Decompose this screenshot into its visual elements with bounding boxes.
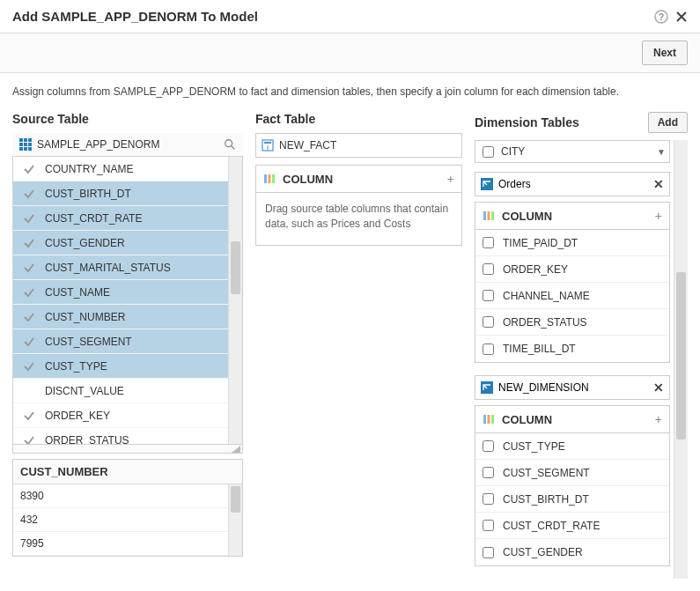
- dimension-column-name: CUST_BIRTH_DT: [503, 493, 589, 506]
- dimension-column-label: COLUMN: [502, 210, 648, 223]
- preview-column-name: CUST_NUMBER: [13, 460, 242, 484]
- dimension-name-input[interactable]: ✕: [475, 172, 670, 196]
- svg-rect-8: [19, 147, 23, 151]
- dimension-column-checkbox[interactable]: [483, 237, 494, 248]
- dimension-column-checkbox[interactable]: [483, 263, 494, 275]
- close-icon[interactable]: [675, 11, 688, 23]
- preview-scrollbar[interactable]: [228, 484, 242, 556]
- check-icon: [22, 262, 36, 274]
- dimensions-title: Dimension Tables: [475, 115, 579, 129]
- add-dimension-column-icon[interactable]: +: [655, 412, 662, 426]
- source-column-row[interactable]: CUST_CRDT_RATE: [13, 206, 228, 231]
- add-fact-column-icon[interactable]: +: [447, 172, 454, 186]
- dimension-column-checkbox[interactable]: [483, 493, 494, 505]
- source-scrollbar[interactable]: [228, 157, 242, 444]
- dimension-column-row[interactable]: CUST_CRDT_RATE: [475, 513, 669, 539]
- source-column-row[interactable]: DISCNT_VALUE: [13, 379, 228, 403]
- toolbar: Next: [0, 33, 700, 73]
- source-column-name: CUST_SEGMENT: [45, 336, 132, 348]
- check-icon: [22, 434, 36, 445]
- search-icon[interactable]: [224, 138, 236, 151]
- dimension-column-name: CHANNEL_NAME: [503, 290, 590, 302]
- dimension-column-checkbox[interactable]: [483, 440, 494, 452]
- fact-title: Fact Table: [255, 112, 315, 126]
- source-column-row[interactable]: CUST_NUMBER: [13, 305, 228, 329]
- dimension-checkbox[interactable]: [483, 146, 494, 158]
- dimension-column-label: COLUMN: [502, 413, 648, 426]
- remove-dimension-icon[interactable]: ✕: [653, 177, 664, 191]
- svg-rect-26: [491, 415, 494, 424]
- dimension-column-checkbox[interactable]: [483, 290, 494, 301]
- source-column-row[interactable]: ORDER_STATUS: [13, 428, 228, 444]
- fact-table-name-input[interactable]: i NEW_FACT: [255, 133, 462, 158]
- dimension-column-name: CUST_CRDT_RATE: [503, 520, 600, 532]
- dimension-column-row[interactable]: CUST_TYPE: [475, 433, 669, 460]
- source-column-row[interactable]: CUST_SEGMENT: [13, 329, 228, 354]
- fact-drop-hint[interactable]: Drag source table columns that contain d…: [255, 193, 462, 246]
- source-column-name: CUST_NAME: [45, 286, 110, 299]
- dimension-column-checkbox[interactable]: [483, 467, 494, 478]
- fact-column-label: COLUMN: [283, 173, 440, 186]
- source-column-name: CUST_GENDER: [45, 237, 125, 249]
- dimension-name-field[interactable]: [498, 178, 648, 190]
- dimension-name-input[interactable]: ✕: [475, 375, 670, 400]
- svg-rect-21: [488, 211, 490, 220]
- source-column-row[interactable]: CUST_TYPE: [13, 354, 228, 379]
- dimension-columns-list[interactable]: TIME_PAID_DTORDER_KEYCHANNEL_NAMEORDER_S…: [475, 230, 670, 363]
- source-column-row[interactable]: CUST_NAME: [13, 280, 228, 305]
- svg-rect-9: [24, 147, 27, 151]
- source-column-row[interactable]: CUST_GENDER: [13, 231, 228, 255]
- check-icon: [22, 311, 36, 323]
- chevron-down-icon[interactable]: ▼: [657, 147, 666, 157]
- svg-rect-10: [28, 147, 32, 151]
- dimension-column-checkbox[interactable]: [483, 520, 494, 531]
- dimension-column-row[interactable]: CHANNEL_NAME: [475, 283, 669, 309]
- dimensions-scrollbar[interactable]: [674, 140, 688, 579]
- svg-point-11: [225, 140, 232, 147]
- dimension-column-name: TIME_PAID_DT: [503, 237, 578, 249]
- dimension-column-row[interactable]: CUST_GENDER: [475, 539, 669, 565]
- svg-rect-17: [269, 174, 271, 183]
- dimension-name-field[interactable]: [498, 381, 648, 394]
- next-button[interactable]: Next: [642, 41, 688, 65]
- svg-rect-19: [481, 178, 493, 190]
- source-column-row[interactable]: COUNTRY_NAME: [13, 157, 228, 181]
- dimension-column-row[interactable]: CUST_BIRTH_DT: [475, 486, 669, 513]
- source-column-row[interactable]: CUST_BIRTH_DT: [13, 181, 228, 206]
- dimension-columns-list[interactable]: CUST_TYPECUST_SEGMENTCUST_BIRTH_DTCUST_C…: [475, 433, 670, 566]
- dimension-column-row[interactable]: ORDER_STATUS: [475, 309, 669, 336]
- svg-line-12: [232, 146, 235, 150]
- source-column-name: CUST_CRDT_RATE: [45, 212, 142, 225]
- dialog-title: Add SAMPLE_APP_DENORM To Model: [12, 9, 654, 24]
- add-dimension-button[interactable]: Add: [648, 112, 688, 133]
- add-dimension-column-icon[interactable]: +: [655, 209, 662, 223]
- dimension-column-checkbox[interactable]: [483, 316, 494, 328]
- svg-rect-25: [488, 415, 490, 424]
- dimension-column-row[interactable]: TIME_PAID_DT: [475, 230, 669, 256]
- check-icon: [22, 188, 36, 200]
- check-icon: [22, 336, 36, 348]
- svg-rect-24: [483, 415, 486, 424]
- dimension-column-name: TIME_BILL_DT: [503, 343, 576, 355]
- svg-text:i: i: [267, 144, 269, 151]
- svg-rect-16: [264, 174, 267, 183]
- remove-dimension-icon[interactable]: ✕: [653, 380, 664, 395]
- source-columns-list[interactable]: COUNTRY_NAMECUST_BIRTH_DTCUST_CRDT_RATEC…: [13, 157, 228, 444]
- dimension-table-orders: ✕ COLUMN + TIME_PAID_DTORDER_KEYCHANNEL_…: [475, 172, 670, 363]
- source-column-row[interactable]: CUST_MARITAL_STATUS: [13, 255, 228, 280]
- dimension-column-checkbox[interactable]: [483, 547, 494, 558]
- dimension-column-row[interactable]: CUST_SEGMENT: [475, 460, 669, 486]
- dimension-column-name: CUST_TYPE: [503, 440, 565, 453]
- dimension-collapsed-city[interactable]: CITY ▼: [475, 140, 670, 163]
- source-column-name: CUST_TYPE: [45, 360, 107, 373]
- source-title: Source Table: [12, 112, 89, 126]
- dimension-column-header: COLUMN +: [475, 202, 670, 230]
- source-column-name: CUST_BIRTH_DT: [45, 188, 131, 200]
- resize-handle[interactable]: [12, 445, 243, 454]
- dimension-column-row[interactable]: ORDER_KEY: [475, 256, 669, 283]
- help-icon[interactable]: ?: [654, 10, 668, 24]
- dimension-table-new: ✕ COLUMN + CUST_TYPECUST_SEGMENTCUST_BIR…: [475, 375, 670, 566]
- dimension-column-checkbox[interactable]: [483, 344, 494, 355]
- source-column-row[interactable]: ORDER_KEY: [13, 403, 228, 428]
- dimension-column-row[interactable]: TIME_BILL_DT: [475, 336, 669, 362]
